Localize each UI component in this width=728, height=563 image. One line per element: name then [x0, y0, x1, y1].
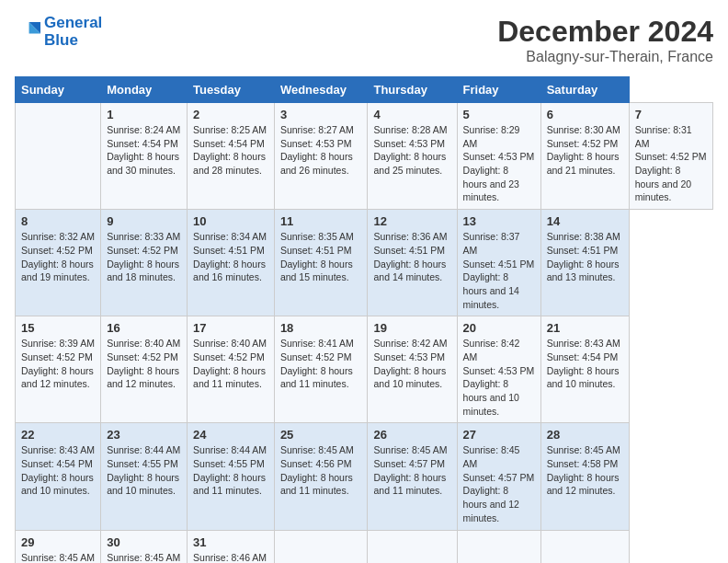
day-info: Sunrise: 8:45 AM Sunset: 4:57 PM Dayligh…: [463, 443, 535, 524]
calendar-cell: 1 Sunrise: 8:24 AM Sunset: 4:54 PM Dayli…: [101, 103, 188, 210]
sunset-text: Sunset: 4:52 PM: [280, 351, 352, 362]
day-number: 27: [463, 428, 535, 442]
calendar-week-row: 29 Sunrise: 8:45 AM Sunset: 4:59 PM Dayl…: [16, 530, 713, 563]
sunrise-text: Sunrise: 8:46 AM: [193, 552, 267, 563]
sunset-text: Sunset: 4:51 PM: [373, 245, 445, 256]
day-info: Sunrise: 8:27 AM Sunset: 4:53 PM Dayligh…: [280, 123, 362, 178]
header-monday: Monday: [101, 77, 188, 103]
sunset-text: Sunset: 4:55 PM: [193, 458, 265, 469]
sunset-text: Sunset: 4:53 PM: [463, 151, 535, 162]
daylight-text: Daylight: 8 hours and 10 minutes.: [107, 472, 179, 497]
header-friday: Friday: [457, 77, 540, 103]
sunset-text: Sunset: 4:52 PM: [21, 245, 93, 256]
sunrise-text: Sunrise: 8:44 AM: [193, 444, 267, 455]
title-block: December 2024 Balagny-sur-Therain, Franc…: [497, 15, 713, 65]
sunrise-text: Sunrise: 8:41 AM: [280, 338, 354, 349]
logo-icon: [15, 19, 40, 45]
daylight-text: Daylight: 8 hours and 13 minutes.: [547, 259, 620, 283]
day-number: 8: [21, 214, 95, 228]
day-info: Sunrise: 8:40 AM Sunset: 4:52 PM Dayligh…: [193, 337, 268, 391]
location-title: Balagny-sur-Therain, France: [497, 49, 713, 65]
day-info: Sunrise: 8:30 AM Sunset: 4:52 PM Dayligh…: [547, 123, 623, 178]
sunrise-text: Sunrise: 8:29 AM: [463, 124, 520, 149]
sunrise-text: Sunrise: 8:38 AM: [547, 231, 620, 242]
sunset-text: Sunset: 4:52 PM: [635, 151, 707, 162]
day-info: Sunrise: 8:34 AM Sunset: 4:51 PM Dayligh…: [193, 230, 268, 284]
day-number: 12: [373, 214, 450, 228]
daylight-text: Daylight: 8 hours and 10 minutes.: [463, 378, 519, 416]
header-saturday: Saturday: [540, 77, 629, 103]
day-info: Sunrise: 8:38 AM Sunset: 4:51 PM Dayligh…: [547, 230, 623, 284]
sunrise-text: Sunrise: 8:45 AM: [280, 444, 354, 455]
calendar-cell: 2 Sunrise: 8:25 AM Sunset: 4:54 PM Dayli…: [188, 103, 275, 210]
day-info: Sunrise: 8:35 AM Sunset: 4:51 PM Dayligh…: [280, 230, 362, 284]
day-number: 11: [280, 214, 362, 228]
calendar-cell: 15 Sunrise: 8:39 AM Sunset: 4:52 PM Dayl…: [16, 316, 101, 423]
calendar-table: Sunday Monday Tuesday Wednesday Thursday…: [15, 76, 713, 563]
calendar-week-row: 22 Sunrise: 8:43 AM Sunset: 4:54 PM Dayl…: [16, 423, 713, 530]
day-info: Sunrise: 8:43 AM Sunset: 4:54 PM Dayligh…: [21, 443, 95, 498]
weekday-header-row: Sunday Monday Tuesday Wednesday Thursday…: [16, 77, 713, 103]
calendar-week-row: 1 Sunrise: 8:24 AM Sunset: 4:54 PM Dayli…: [16, 103, 713, 210]
calendar-cell: [457, 530, 540, 563]
day-number: 31: [193, 535, 268, 549]
calendar-cell: 18 Sunrise: 8:41 AM Sunset: 4:52 PM Dayl…: [274, 316, 368, 423]
daylight-text: Daylight: 8 hours and 15 minutes.: [280, 259, 353, 283]
day-info: Sunrise: 8:41 AM Sunset: 4:52 PM Dayligh…: [280, 337, 362, 391]
sunrise-text: Sunrise: 8:45 AM: [463, 444, 520, 469]
daylight-text: Daylight: 8 hours and 14 minutes.: [463, 271, 519, 309]
calendar-week-row: 8 Sunrise: 8:32 AM Sunset: 4:52 PM Dayli…: [16, 210, 713, 316]
month-title: December 2024: [497, 15, 713, 49]
calendar-cell: 3 Sunrise: 8:27 AM Sunset: 4:53 PM Dayli…: [274, 103, 368, 210]
calendar-cell: 24 Sunrise: 8:44 AM Sunset: 4:55 PM Dayl…: [188, 423, 275, 530]
sunrise-text: Sunrise: 8:45 AM: [373, 444, 447, 455]
daylight-text: Daylight: 8 hours and 30 minutes.: [107, 151, 179, 176]
calendar-cell: [274, 530, 368, 563]
daylight-text: Daylight: 8 hours and 11 minutes.: [193, 472, 266, 497]
day-info: Sunrise: 8:33 AM Sunset: 4:52 PM Dayligh…: [107, 230, 181, 284]
sunset-text: Sunset: 4:51 PM: [280, 245, 352, 256]
daylight-text: Daylight: 8 hours and 18 minutes.: [107, 259, 179, 283]
calendar-week-row: 15 Sunrise: 8:39 AM Sunset: 4:52 PM Dayl…: [16, 316, 713, 423]
sunset-text: Sunset: 4:53 PM: [373, 138, 445, 149]
daylight-text: Daylight: 8 hours and 16 minutes.: [193, 259, 266, 283]
day-info: Sunrise: 8:24 AM Sunset: 4:54 PM Dayligh…: [107, 123, 181, 178]
day-number: 18: [280, 321, 362, 335]
daylight-text: Daylight: 8 hours and 23 minutes.: [463, 165, 519, 202]
sunset-text: Sunset: 4:55 PM: [107, 458, 178, 469]
day-info: Sunrise: 8:44 AM Sunset: 4:55 PM Dayligh…: [107, 443, 181, 498]
calendar-cell: [16, 103, 101, 210]
calendar-cell: 11 Sunrise: 8:35 AM Sunset: 4:51 PM Dayl…: [274, 210, 368, 316]
calendar-cell: 5 Sunrise: 8:29 AM Sunset: 4:53 PM Dayli…: [457, 103, 540, 210]
day-number: 30: [107, 535, 181, 549]
daylight-text: Daylight: 8 hours and 26 minutes.: [280, 151, 353, 176]
daylight-text: Daylight: 8 hours and 28 minutes.: [193, 151, 266, 176]
calendar-cell: 7 Sunrise: 8:31 AM Sunset: 4:52 PM Dayli…: [629, 103, 712, 210]
calendar-cell: 26 Sunrise: 8:45 AM Sunset: 4:57 PM Dayl…: [368, 423, 457, 530]
day-number: 5: [463, 108, 535, 121]
sunrise-text: Sunrise: 8:27 AM: [280, 124, 354, 135]
header-sunday: Sunday: [16, 77, 101, 103]
day-number: 17: [193, 321, 268, 335]
daylight-text: Daylight: 8 hours and 10 minutes.: [373, 365, 446, 390]
sunset-text: Sunset: 4:52 PM: [107, 245, 178, 256]
day-info: Sunrise: 8:44 AM Sunset: 4:55 PM Dayligh…: [193, 443, 268, 498]
sunrise-text: Sunrise: 8:25 AM: [193, 124, 267, 135]
day-info: Sunrise: 8:25 AM Sunset: 4:54 PM Dayligh…: [193, 123, 268, 178]
sunrise-text: Sunrise: 8:35 AM: [280, 231, 354, 242]
day-number: 26: [373, 428, 450, 442]
day-number: 2: [193, 108, 268, 121]
day-number: 25: [280, 428, 362, 442]
sunset-text: Sunset: 4:54 PM: [107, 138, 178, 149]
calendar-cell: 23 Sunrise: 8:44 AM Sunset: 4:55 PM Dayl…: [101, 423, 188, 530]
day-number: 23: [107, 428, 181, 442]
day-info: Sunrise: 8:45 AM Sunset: 4:56 PM Dayligh…: [280, 443, 362, 498]
day-number: 3: [280, 108, 362, 121]
calendar-cell: 9 Sunrise: 8:33 AM Sunset: 4:52 PM Dayli…: [101, 210, 188, 316]
sunrise-text: Sunrise: 8:43 AM: [547, 338, 620, 349]
sunset-text: Sunset: 4:58 PM: [547, 458, 619, 469]
daylight-text: Daylight: 8 hours and 20 minutes.: [635, 165, 691, 202]
calendar-cell: 16 Sunrise: 8:40 AM Sunset: 4:52 PM Dayl…: [101, 316, 188, 423]
daylight-text: Daylight: 8 hours and 11 minutes.: [280, 472, 353, 497]
calendar-cell: 20 Sunrise: 8:42 AM Sunset: 4:53 PM Dayl…: [457, 316, 540, 423]
